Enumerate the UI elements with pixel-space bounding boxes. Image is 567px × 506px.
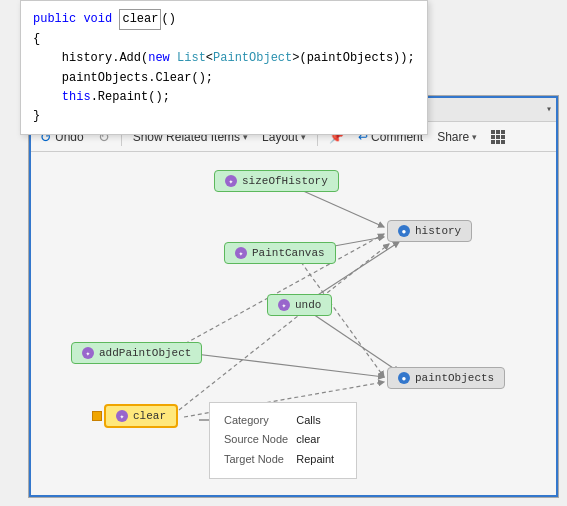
node-clear-icon: ✦ xyxy=(116,410,128,422)
cat-value: Calls xyxy=(296,411,342,431)
code-line-4: paintObjects.Clear(); xyxy=(33,69,415,88)
node-undo-icon: ✦ xyxy=(278,299,290,311)
node-paintcanvas[interactable]: ✦ PaintCanvas xyxy=(224,242,336,264)
svg-line-2 xyxy=(301,262,384,377)
svg-line-6 xyxy=(307,310,399,372)
codemap-window: CodeMap1.dgml* ✕ ▾ ↺ Undo ↻ Show Related… xyxy=(28,95,559,498)
node-undo-label: undo xyxy=(295,299,321,311)
code-line-6: } xyxy=(33,107,415,126)
node-addpaintobject-icon: ✦ xyxy=(82,347,94,359)
code-line-1: public void clear() xyxy=(33,9,415,30)
node-paintobjects-icon: ● xyxy=(398,372,410,384)
share-button[interactable]: Share ▾ xyxy=(432,128,482,146)
code-tooltip: public void clear() { history.Add(new Li… xyxy=(20,0,428,135)
node-addpaintobject[interactable]: ✦ addPaintObject xyxy=(71,342,202,364)
selection-indicator xyxy=(92,411,102,421)
src-value: clear xyxy=(296,430,342,450)
svg-line-0 xyxy=(301,190,384,227)
code-line-5: this.Repaint(); xyxy=(33,88,415,107)
node-paintobjects-label: paintObjects xyxy=(415,372,494,384)
node-addpaintobject-label: addPaintObject xyxy=(99,347,191,359)
node-clear-label: clear xyxy=(133,410,166,422)
code-line-3: history.Add(new List<PaintObject>(paintO… xyxy=(33,49,415,68)
node-sizeofhistory[interactable]: ✦ sizeOfHistory xyxy=(214,170,339,192)
canvas-area[interactable]: ✦ sizeOfHistory ● history ✦ PaintCanvas … xyxy=(29,152,558,497)
info-popup: Category Calls Source Node clear Target … xyxy=(209,402,357,479)
node-clear[interactable]: ✦ clear xyxy=(104,404,178,428)
node-history[interactable]: ● history xyxy=(387,220,472,242)
node-history-icon: ● xyxy=(398,225,410,237)
node-sizeofhistory-label: sizeOfHistory xyxy=(242,175,328,187)
share-arrow: ▾ xyxy=(472,132,477,142)
share-label: Share xyxy=(437,130,469,144)
grid-icon xyxy=(491,130,505,144)
svg-line-8 xyxy=(179,244,389,410)
tgt-value: Repaint xyxy=(296,450,342,470)
svg-line-3 xyxy=(179,352,384,377)
node-history-label: history xyxy=(415,225,461,237)
cat-label: Category xyxy=(224,411,296,431)
node-paintobjects[interactable]: ● paintObjects xyxy=(387,367,505,389)
node-paintcanvas-icon: ✦ xyxy=(235,247,247,259)
kw-void: void xyxy=(83,12,112,26)
grid-button[interactable] xyxy=(486,128,510,146)
node-sizeofhistory-icon: ✦ xyxy=(225,175,237,187)
tgt-label: Target Node xyxy=(224,450,296,470)
code-line-2: { xyxy=(33,30,415,49)
node-undo[interactable]: ✦ undo xyxy=(267,294,332,316)
kw-public: public xyxy=(33,12,76,26)
node-paintcanvas-label: PaintCanvas xyxy=(252,247,325,259)
src-label: Source Node xyxy=(224,430,296,450)
method-name-highlight: clear xyxy=(119,9,161,30)
window-dropdown-arrow[interactable]: ▾ xyxy=(546,103,552,115)
